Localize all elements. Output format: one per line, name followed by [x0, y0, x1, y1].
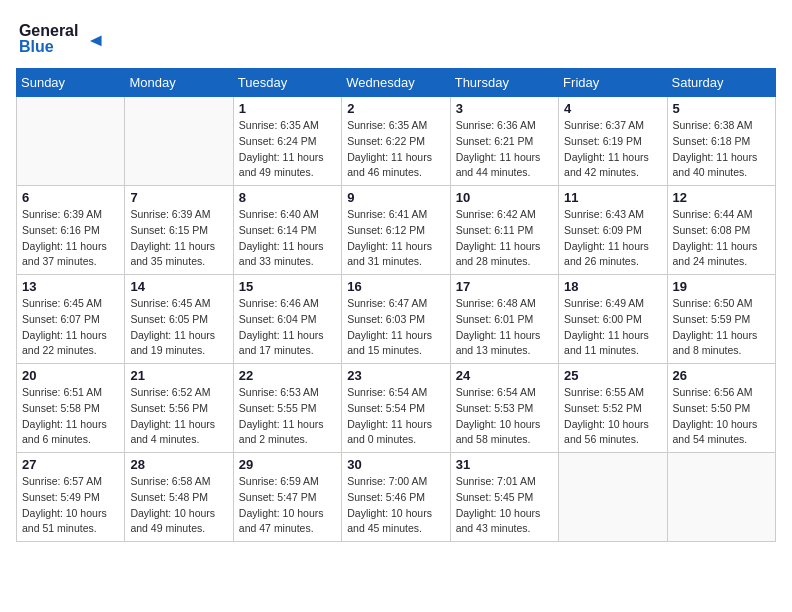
calendar-cell: 9Sunrise: 6:41 AM Sunset: 6:12 PM Daylig…: [342, 186, 450, 275]
day-number: 16: [347, 279, 444, 294]
day-number: 17: [456, 279, 553, 294]
svg-text:General: General: [19, 22, 79, 39]
calendar-cell: 5Sunrise: 6:38 AM Sunset: 6:18 PM Daylig…: [667, 97, 775, 186]
calendar-cell: [17, 97, 125, 186]
day-number: 2: [347, 101, 444, 116]
day-detail: Sunrise: 6:37 AM Sunset: 6:19 PM Dayligh…: [564, 118, 661, 181]
week-row-1: 1Sunrise: 6:35 AM Sunset: 6:24 PM Daylig…: [17, 97, 776, 186]
svg-marker-2: [90, 36, 102, 47]
day-number: 26: [673, 368, 770, 383]
page-header: General Blue: [16, 16, 776, 56]
day-number: 7: [130, 190, 227, 205]
day-detail: Sunrise: 6:58 AM Sunset: 5:48 PM Dayligh…: [130, 474, 227, 537]
calendar-cell: 4Sunrise: 6:37 AM Sunset: 6:19 PM Daylig…: [559, 97, 667, 186]
day-number: 29: [239, 457, 336, 472]
day-number: 10: [456, 190, 553, 205]
calendar-cell: 23Sunrise: 6:54 AM Sunset: 5:54 PM Dayli…: [342, 364, 450, 453]
day-number: 20: [22, 368, 119, 383]
calendar-cell: 22Sunrise: 6:53 AM Sunset: 5:55 PM Dayli…: [233, 364, 341, 453]
weekday-header-monday: Monday: [125, 69, 233, 97]
calendar-cell: 19Sunrise: 6:50 AM Sunset: 5:59 PM Dayli…: [667, 275, 775, 364]
calendar-cell: 2Sunrise: 6:35 AM Sunset: 6:22 PM Daylig…: [342, 97, 450, 186]
weekday-header-tuesday: Tuesday: [233, 69, 341, 97]
day-detail: Sunrise: 6:36 AM Sunset: 6:21 PM Dayligh…: [456, 118, 553, 181]
day-detail: Sunrise: 6:54 AM Sunset: 5:54 PM Dayligh…: [347, 385, 444, 448]
day-detail: Sunrise: 6:45 AM Sunset: 6:05 PM Dayligh…: [130, 296, 227, 359]
day-number: 27: [22, 457, 119, 472]
day-detail: Sunrise: 7:00 AM Sunset: 5:46 PM Dayligh…: [347, 474, 444, 537]
day-detail: Sunrise: 6:55 AM Sunset: 5:52 PM Dayligh…: [564, 385, 661, 448]
day-number: 21: [130, 368, 227, 383]
day-detail: Sunrise: 6:49 AM Sunset: 6:00 PM Dayligh…: [564, 296, 661, 359]
calendar-cell: 26Sunrise: 6:56 AM Sunset: 5:50 PM Dayli…: [667, 364, 775, 453]
calendar-cell: 10Sunrise: 6:42 AM Sunset: 6:11 PM Dayli…: [450, 186, 558, 275]
logo: General Blue: [16, 16, 116, 56]
day-number: 31: [456, 457, 553, 472]
calendar-cell: 31Sunrise: 7:01 AM Sunset: 5:45 PM Dayli…: [450, 453, 558, 542]
calendar-cell: 3Sunrise: 6:36 AM Sunset: 6:21 PM Daylig…: [450, 97, 558, 186]
day-number: 4: [564, 101, 661, 116]
day-detail: Sunrise: 6:57 AM Sunset: 5:49 PM Dayligh…: [22, 474, 119, 537]
day-detail: Sunrise: 6:39 AM Sunset: 6:15 PM Dayligh…: [130, 207, 227, 270]
day-detail: Sunrise: 6:40 AM Sunset: 6:14 PM Dayligh…: [239, 207, 336, 270]
day-detail: Sunrise: 6:46 AM Sunset: 6:04 PM Dayligh…: [239, 296, 336, 359]
day-number: 23: [347, 368, 444, 383]
day-detail: Sunrise: 6:41 AM Sunset: 6:12 PM Dayligh…: [347, 207, 444, 270]
day-detail: Sunrise: 6:35 AM Sunset: 6:24 PM Dayligh…: [239, 118, 336, 181]
calendar-cell: 13Sunrise: 6:45 AM Sunset: 6:07 PM Dayli…: [17, 275, 125, 364]
day-detail: Sunrise: 6:59 AM Sunset: 5:47 PM Dayligh…: [239, 474, 336, 537]
calendar-cell: 17Sunrise: 6:48 AM Sunset: 6:01 PM Dayli…: [450, 275, 558, 364]
day-detail: Sunrise: 6:48 AM Sunset: 6:01 PM Dayligh…: [456, 296, 553, 359]
calendar-cell: [667, 453, 775, 542]
day-number: 24: [456, 368, 553, 383]
calendar-cell: 1Sunrise: 6:35 AM Sunset: 6:24 PM Daylig…: [233, 97, 341, 186]
day-detail: Sunrise: 6:43 AM Sunset: 6:09 PM Dayligh…: [564, 207, 661, 270]
week-row-4: 20Sunrise: 6:51 AM Sunset: 5:58 PM Dayli…: [17, 364, 776, 453]
calendar-cell: 28Sunrise: 6:58 AM Sunset: 5:48 PM Dayli…: [125, 453, 233, 542]
weekday-header-wednesday: Wednesday: [342, 69, 450, 97]
day-detail: Sunrise: 6:35 AM Sunset: 6:22 PM Dayligh…: [347, 118, 444, 181]
day-detail: Sunrise: 6:54 AM Sunset: 5:53 PM Dayligh…: [456, 385, 553, 448]
day-detail: Sunrise: 6:53 AM Sunset: 5:55 PM Dayligh…: [239, 385, 336, 448]
day-number: 3: [456, 101, 553, 116]
calendar-cell: [559, 453, 667, 542]
weekday-header-saturday: Saturday: [667, 69, 775, 97]
weekday-header-thursday: Thursday: [450, 69, 558, 97]
day-detail: Sunrise: 6:50 AM Sunset: 5:59 PM Dayligh…: [673, 296, 770, 359]
day-detail: Sunrise: 6:56 AM Sunset: 5:50 PM Dayligh…: [673, 385, 770, 448]
calendar-cell: 6Sunrise: 6:39 AM Sunset: 6:16 PM Daylig…: [17, 186, 125, 275]
day-number: 15: [239, 279, 336, 294]
day-number: 6: [22, 190, 119, 205]
week-row-2: 6Sunrise: 6:39 AM Sunset: 6:16 PM Daylig…: [17, 186, 776, 275]
day-detail: Sunrise: 6:51 AM Sunset: 5:58 PM Dayligh…: [22, 385, 119, 448]
calendar-table: SundayMondayTuesdayWednesdayThursdayFrid…: [16, 68, 776, 542]
day-number: 25: [564, 368, 661, 383]
day-detail: Sunrise: 6:44 AM Sunset: 6:08 PM Dayligh…: [673, 207, 770, 270]
calendar-cell: 16Sunrise: 6:47 AM Sunset: 6:03 PM Dayli…: [342, 275, 450, 364]
day-number: 9: [347, 190, 444, 205]
day-number: 5: [673, 101, 770, 116]
day-detail: Sunrise: 6:45 AM Sunset: 6:07 PM Dayligh…: [22, 296, 119, 359]
day-number: 13: [22, 279, 119, 294]
calendar-cell: 11Sunrise: 6:43 AM Sunset: 6:09 PM Dayli…: [559, 186, 667, 275]
calendar-cell: 25Sunrise: 6:55 AM Sunset: 5:52 PM Dayli…: [559, 364, 667, 453]
day-number: 28: [130, 457, 227, 472]
calendar-cell: [125, 97, 233, 186]
day-number: 19: [673, 279, 770, 294]
day-detail: Sunrise: 6:47 AM Sunset: 6:03 PM Dayligh…: [347, 296, 444, 359]
day-number: 30: [347, 457, 444, 472]
calendar-cell: 7Sunrise: 6:39 AM Sunset: 6:15 PM Daylig…: [125, 186, 233, 275]
calendar-cell: 29Sunrise: 6:59 AM Sunset: 5:47 PM Dayli…: [233, 453, 341, 542]
day-detail: Sunrise: 6:52 AM Sunset: 5:56 PM Dayligh…: [130, 385, 227, 448]
day-detail: Sunrise: 6:39 AM Sunset: 6:16 PM Dayligh…: [22, 207, 119, 270]
day-detail: Sunrise: 7:01 AM Sunset: 5:45 PM Dayligh…: [456, 474, 553, 537]
day-number: 14: [130, 279, 227, 294]
calendar-cell: 20Sunrise: 6:51 AM Sunset: 5:58 PM Dayli…: [17, 364, 125, 453]
day-number: 8: [239, 190, 336, 205]
day-number: 12: [673, 190, 770, 205]
calendar-cell: 15Sunrise: 6:46 AM Sunset: 6:04 PM Dayli…: [233, 275, 341, 364]
week-row-3: 13Sunrise: 6:45 AM Sunset: 6:07 PM Dayli…: [17, 275, 776, 364]
day-detail: Sunrise: 6:42 AM Sunset: 6:11 PM Dayligh…: [456, 207, 553, 270]
calendar-cell: 14Sunrise: 6:45 AM Sunset: 6:05 PM Dayli…: [125, 275, 233, 364]
calendar-cell: 18Sunrise: 6:49 AM Sunset: 6:00 PM Dayli…: [559, 275, 667, 364]
